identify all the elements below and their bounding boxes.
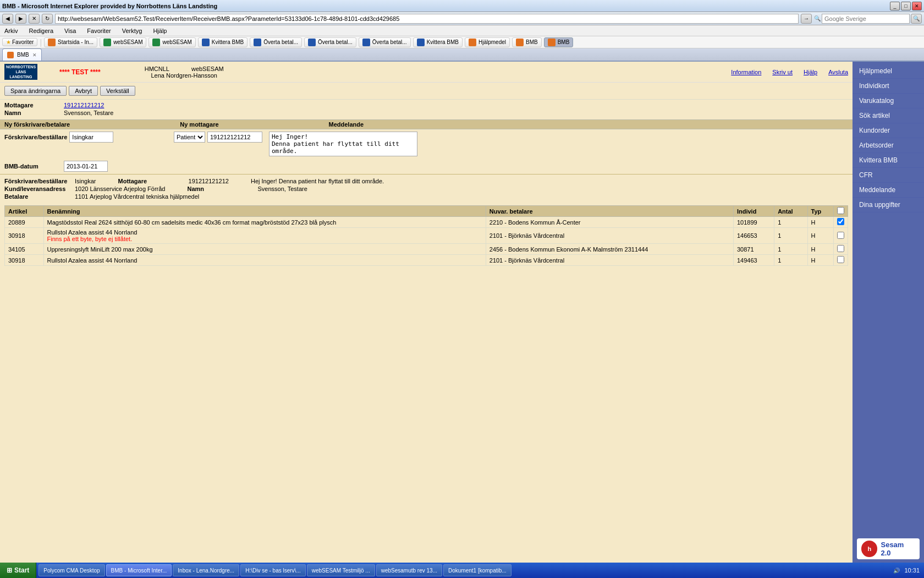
mottagare-value[interactable]: 191212121212 <box>64 102 104 108</box>
namn-value: Svensson, Testare <box>64 110 113 116</box>
sidebar-item-cfr[interactable]: CFR <box>853 168 924 183</box>
tab-bmb[interactable]: BMB ✕ <box>2 48 42 61</box>
fav-websesam-2[interactable]: webSESAM <box>148 37 195 47</box>
row-checkbox-2[interactable] <box>837 245 844 252</box>
stop-button[interactable]: ✕ <box>29 14 40 24</box>
menu-visa[interactable]: Visa <box>62 26 78 35</box>
test-text: **** TEST **** <box>59 68 101 76</box>
menu-favoriter[interactable]: Favoriter <box>85 26 113 35</box>
info-meddelande: Hej Inger! Denna patient har flyttat til… <box>251 178 384 184</box>
fav-divider: | <box>40 38 42 47</box>
table-row: 34105 Uppresningslyft MiniLift 200 max 2… <box>5 244 848 255</box>
favorites-button[interactable]: ★ Favoriter <box>2 38 37 46</box>
menu-hjalp[interactable]: Hjälp <box>151 26 169 35</box>
cell-artikel: 20889 <box>5 217 44 228</box>
right-sidebar: Hjälpmedel Individkort Varukatalog Sök a… <box>853 62 924 566</box>
table-container: Artikel Benämning Nuvar. betalare Indivi… <box>0 203 853 566</box>
divider <box>0 174 853 175</box>
cell-check[interactable] <box>834 255 848 266</box>
fav-hjalpmedel[interactable]: Hjälpmedel <box>465 37 510 47</box>
close-button[interactable]: ✕ <box>912 2 922 10</box>
start-button[interactable]: ⊞ Start <box>0 563 36 578</box>
sidebar-item-sok-artikel[interactable]: Sök artikel <box>853 108 924 123</box>
action-bar: Spara ändringarna Avbryt Verkställ <box>0 83 853 100</box>
hjalp-link[interactable]: Hjälp <box>804 69 817 75</box>
sidebar-item-arbetsorder[interactable]: Arbetsorder <box>853 138 924 153</box>
minimize-button[interactable]: _ <box>890 2 900 10</box>
refresh-button[interactable]: ↻ <box>42 14 53 24</box>
fav-bmb-2[interactable]: BMB <box>544 37 574 47</box>
fav-websesam-1[interactable]: webSESAM <box>100 37 146 47</box>
fav-kvittera-bmb-1[interactable]: Kvittera BMB <box>198 37 248 47</box>
info-section: Förskrivare/beställare Isingkar Mottagar… <box>0 176 853 203</box>
sidebar-item-dina-uppgifter[interactable]: Dina uppgifter <box>853 198 924 212</box>
taskbar-item-3[interactable]: H:\Div se - bas lserv\... <box>240 564 306 576</box>
sidebar-item-hjalpmedel[interactable]: Hjälpmedel <box>853 64 924 79</box>
favorites-label: Favoriter <box>12 39 34 45</box>
information-link[interactable]: Information <box>731 69 761 75</box>
fav-kvittera-bmb-2[interactable]: Kvittera BMB <box>413 37 463 47</box>
fav-bmb-1[interactable]: BMB <box>512 37 542 47</box>
taskbar-item-2[interactable]: Inbox - Lena.Nordgre... <box>173 564 239 576</box>
skriv-ut-link[interactable]: Skriv ut <box>772 69 793 75</box>
system2: webSESAM <box>191 66 224 72</box>
sidebar-item-kvittera-bmb[interactable]: Kvittera BMB <box>853 153 924 168</box>
menu-arkiv[interactable]: Arkiv <box>2 26 20 35</box>
row-checkbox-1[interactable] <box>837 232 844 239</box>
avsluta-link[interactable]: Avsluta <box>828 69 848 75</box>
sidebar-item-meddelande[interactable]: Meddelande <box>853 183 924 198</box>
forward-button[interactable]: ▶ <box>15 14 26 24</box>
fav-startsida[interactable]: Startsida - In... <box>44 37 97 47</box>
search-input[interactable] <box>822 14 910 24</box>
cell-individ: 30871 <box>733 244 774 255</box>
menu-verktyg[interactable]: Verktyg <box>120 26 145 35</box>
tab-close-bmb[interactable]: ✕ <box>32 52 37 58</box>
cell-check[interactable] <box>834 217 848 228</box>
sidebar-item-kundorder[interactable]: Kundorder <box>853 123 924 138</box>
ny-section-header: Ny förskrivare/betalare Ny mottagare Med… <box>0 119 853 129</box>
mottagare-input[interactable] <box>207 132 262 143</box>
taskbar-items: Polycom CMA DesktopBMB - Microsoft Inter… <box>36 564 889 576</box>
forsk-input[interactable] <box>69 132 113 143</box>
select-all-checkbox[interactable] <box>837 207 844 214</box>
taskbar-item-1[interactable]: BMB - Microsoft Inter... <box>106 564 172 576</box>
search-button[interactable]: 🔍 <box>911 14 922 24</box>
header-links: Information Skriv ut Hjälp Avsluta <box>731 69 848 75</box>
verkstall-button[interactable]: Verkställ <box>100 86 135 96</box>
col-antal: Antal <box>774 206 807 217</box>
cell-check[interactable] <box>834 244 848 255</box>
menu-redigera[interactable]: Redigera <box>26 26 56 35</box>
sidebar-item-individkort[interactable]: Individkort <box>853 79 924 94</box>
spara-button[interactable]: Spara ändringarna <box>4 86 67 96</box>
fav-icon-8 <box>469 39 476 46</box>
taskbar-item-5[interactable]: webSesamutb rev 13... <box>376 564 442 576</box>
row-checkbox-0[interactable] <box>837 218 844 225</box>
fav-overta-3[interactable]: Överta betal... <box>359 37 411 47</box>
address-bar[interactable] <box>55 14 799 24</box>
back-button[interactable]: ◀ <box>2 14 13 24</box>
cell-check[interactable] <box>834 228 848 244</box>
row-checkbox-3[interactable] <box>837 256 844 263</box>
cell-artikel: 30918 <box>5 228 44 244</box>
cell-antal: 1 <box>774 228 807 244</box>
fav-overta-1[interactable]: Överta betal... <box>250 37 302 47</box>
data-table: Artikel Benämning Nuvar. betalare Indivi… <box>4 205 848 266</box>
taskbar-item-6[interactable]: Dokument1 [kompatib... <box>443 564 512 576</box>
header-info: HMCNLL webSESAM Lena Nordgren-Hansson <box>145 66 224 79</box>
col-check <box>834 206 848 217</box>
restore-button[interactable]: □ <box>901 2 911 10</box>
fav-overta-2[interactable]: Överta betal... <box>304 37 356 47</box>
go-button[interactable]: → <box>801 14 812 24</box>
patient-select[interactable]: Patient <box>174 132 205 143</box>
bmb-datum-input[interactable] <box>64 161 108 172</box>
info-row-2: Kund/leveransadress 1020 Länsservice Arj… <box>4 186 848 192</box>
taskbar-item-4[interactable]: webSESAM Testmiljö ... <box>307 564 375 576</box>
sidebar-item-varukatalog[interactable]: Varukatalog <box>853 94 924 108</box>
window-controls: _ □ ✕ <box>890 2 922 10</box>
meddelande-textarea[interactable]: Hej Inger! Denna patient har flyttat til… <box>269 132 417 156</box>
cell-nuvar: 2101 - Björknäs Vårdcentral <box>486 228 733 244</box>
sesam-label: Sesam 2.0 <box>881 541 915 557</box>
cell-individ: 146653 <box>733 228 774 244</box>
avbryt-button[interactable]: Avbryt <box>69 86 98 96</box>
taskbar-item-0[interactable]: Polycom CMA Desktop <box>38 564 105 576</box>
